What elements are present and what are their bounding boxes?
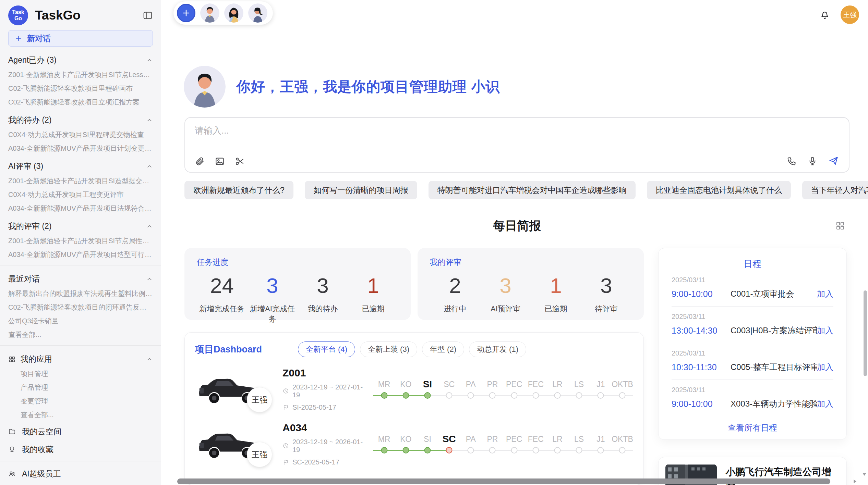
milestone-dot[interactable] bbox=[446, 392, 453, 399]
sidebar-item-AI超级员工[interactable]: AI超级员工 bbox=[8, 468, 153, 479]
milestone-dot[interactable] bbox=[489, 392, 496, 399]
milestone-dot[interactable] bbox=[554, 447, 560, 453]
milestone-dot[interactable] bbox=[619, 392, 626, 399]
milestone-dot[interactable] bbox=[576, 447, 582, 453]
sidebar-item[interactable]: C02-飞腾新能源轻客改款项目里程碑画布 bbox=[8, 84, 153, 93]
milestone-line bbox=[590, 391, 612, 400]
paperclip-icon[interactable] bbox=[195, 156, 205, 166]
event-join-link[interactable]: 加入 bbox=[817, 362, 833, 373]
sidebar-item[interactable]: C02-飞腾新能源轻客改款项目的闭环通告反馈情况 bbox=[8, 303, 153, 312]
milestone-dot[interactable] bbox=[468, 392, 474, 399]
avatar-female-long-hair[interactable] bbox=[224, 3, 243, 23]
milestone-dot[interactable] bbox=[511, 447, 517, 453]
schedule-title: 日程 bbox=[672, 258, 833, 270]
milestone-dot[interactable] bbox=[598, 392, 604, 399]
horizontal-scrollbar[interactable] bbox=[177, 478, 830, 484]
send-icon[interactable] bbox=[828, 155, 839, 166]
sidebar-item-我的收藏[interactable]: 我的收藏 bbox=[8, 444, 153, 455]
milestone-dot[interactable] bbox=[402, 392, 409, 399]
sidebar-item[interactable]: Z001-全新燃油轻卡产品开发项目SI节点属性5D文件评审 bbox=[8, 236, 153, 245]
add-assistant-button[interactable] bbox=[177, 4, 195, 22]
sidebar-item[interactable]: Z001-全新燃油皮卡产品开发项目SI节点Lesson Learn报告 bbox=[8, 70, 153, 79]
milestone-line bbox=[438, 446, 460, 455]
event-join-link[interactable]: 加入 bbox=[817, 288, 833, 299]
dashboard-tab[interactable]: 全新上装 (3) bbox=[360, 341, 417, 357]
composer-send-tools bbox=[787, 155, 839, 166]
sidebar-item[interactable]: C0X4-动力总成开发项目工程变更评审 bbox=[8, 190, 153, 199]
scissors-icon[interactable] bbox=[234, 156, 245, 166]
milestone: PA bbox=[460, 378, 482, 400]
suggestion-chip[interactable]: 特朗普可能对进口汽车增税会对中国车企造成哪些影响 bbox=[429, 181, 636, 199]
milestone-dot[interactable] bbox=[532, 447, 539, 453]
milestone-dot[interactable] bbox=[424, 447, 431, 453]
sidebar-app-item[interactable]: 产品管理 bbox=[8, 383, 153, 392]
sidebar-item[interactable]: 解释最新出台的欧盟报废车法规再生塑料比例被调至15%... bbox=[8, 289, 153, 298]
sidebar-item[interactable]: Z001-全新燃油轻卡产品开发项目SI造型提交物评审 bbox=[8, 176, 153, 185]
milestone-dot[interactable] bbox=[532, 392, 539, 399]
message-input[interactable] bbox=[195, 125, 839, 136]
sidebar-app-item[interactable]: 项目管理 bbox=[8, 369, 153, 378]
sidebar-item[interactable]: C02-飞腾新能源轻客改款项目立项汇报方案 bbox=[8, 98, 153, 107]
sidebar-item[interactable]: A034-全新新能源MUV产品开发项目造型可行性评审 bbox=[8, 250, 153, 259]
schedule-events: 2025/03/119:00-10:00C001-立项审批会加入2025/03/… bbox=[672, 270, 833, 416]
sidebar-item[interactable]: C0X4-动力总成开发项目SI里程碑提交物检查 bbox=[8, 130, 153, 139]
notification-bell-icon[interactable] bbox=[819, 9, 830, 20]
sidebar-item[interactable]: A034-全新新能源MUV产品开发项目计划变更表编写 bbox=[8, 144, 153, 153]
milestone-dot[interactable] bbox=[576, 392, 582, 399]
chevron-up-icon bbox=[146, 57, 153, 64]
milestone-dot[interactable] bbox=[554, 392, 560, 399]
milestone-label: LS bbox=[568, 433, 590, 446]
user-avatar[interactable]: 王强 bbox=[841, 5, 859, 24]
image-icon[interactable] bbox=[215, 156, 225, 166]
sidebar-item[interactable]: 公司Q3轻卡销量 bbox=[8, 316, 153, 325]
milestone-dot[interactable] bbox=[381, 447, 387, 453]
sidebar-item[interactable]: A034-全新新能源MUV产品开发项目法规符合性评审 bbox=[8, 204, 153, 213]
avatar-male[interactable] bbox=[200, 3, 219, 23]
milestone-dot[interactable] bbox=[446, 447, 453, 453]
collapse-sidebar-icon[interactable] bbox=[143, 10, 153, 21]
suggestion-chip[interactable]: 比亚迪全固态电池计划具体说了什么 bbox=[647, 181, 791, 199]
sidebar-app-item[interactable]: 变更管理 bbox=[8, 397, 153, 406]
suggestion-chip[interactable]: 欧洲新规最近颁布了什么? bbox=[184, 181, 293, 199]
milestone-line bbox=[525, 391, 546, 400]
milestone-dot[interactable] bbox=[489, 447, 496, 453]
event-join-link[interactable]: 加入 bbox=[817, 398, 833, 409]
sidebar-section-header[interactable]: 我的评审 (2) bbox=[8, 221, 153, 232]
dashboard-tab[interactable]: 年型 (2) bbox=[422, 341, 464, 357]
milestone-dot[interactable] bbox=[381, 392, 387, 399]
milestone: LS bbox=[568, 433, 590, 455]
sidebar-item[interactable]: 查看全部... bbox=[8, 330, 153, 339]
layout-grid-icon[interactable] bbox=[835, 221, 845, 231]
avatar-female-ponytail[interactable] bbox=[248, 3, 267, 23]
new-chat-button[interactable]: 新对话 bbox=[8, 30, 153, 47]
sidebar-section-header[interactable]: 我的应用 bbox=[8, 354, 153, 364]
milestone-label: SI bbox=[417, 378, 438, 391]
vertical-scrollbar[interactable] bbox=[864, 290, 867, 376]
milestone-dot[interactable] bbox=[511, 392, 517, 399]
suggestion-chip[interactable]: 如何写一份清晰的项目周报 bbox=[305, 181, 417, 199]
milestone-dot[interactable] bbox=[598, 447, 604, 453]
milestone-dot[interactable] bbox=[619, 447, 626, 453]
sidebar-section-header[interactable]: AI评审 (3) bbox=[8, 161, 153, 172]
stat-item: 3新增AI完成任务 bbox=[247, 272, 298, 324]
milestone-track: MRKOSISCPAPRPECFECLRLSJ1OKTB bbox=[373, 378, 633, 400]
sidebar-section-header[interactable]: Agent已办 (3) bbox=[8, 55, 153, 65]
milestone-dot[interactable] bbox=[468, 447, 474, 453]
phone-icon[interactable] bbox=[787, 156, 797, 166]
sidebar-app-item[interactable]: 查看全部... bbox=[8, 410, 153, 419]
view-all-schedule-link[interactable]: 查看所有日程 bbox=[672, 422, 833, 433]
dashboard-tab[interactable]: 全新平台 (4) bbox=[298, 341, 355, 357]
dashboard-tab[interactable]: 动总开发 (1) bbox=[469, 341, 526, 357]
scroll-down-icon[interactable] bbox=[861, 471, 867, 477]
event-join-link[interactable]: 加入 bbox=[817, 325, 833, 336]
milestone-dot[interactable] bbox=[424, 392, 431, 399]
stat-label: 已逾期 bbox=[348, 304, 398, 314]
sidebar-item-我的云空间[interactable]: 我的云空间 bbox=[8, 426, 153, 437]
sidebar-section-header[interactable]: 最近对话 bbox=[8, 274, 153, 284]
milestone-dot[interactable] bbox=[402, 447, 409, 453]
sidebar-section-header[interactable]: 我的待办 (2) bbox=[8, 115, 153, 125]
scroll-right-icon[interactable] bbox=[852, 478, 858, 485]
mic-icon[interactable] bbox=[807, 156, 818, 166]
suggestion-chip[interactable]: 当下年轻人对汽车外观有怎样的喜好趋势 bbox=[802, 181, 868, 199]
milestone: FEC bbox=[525, 378, 546, 400]
